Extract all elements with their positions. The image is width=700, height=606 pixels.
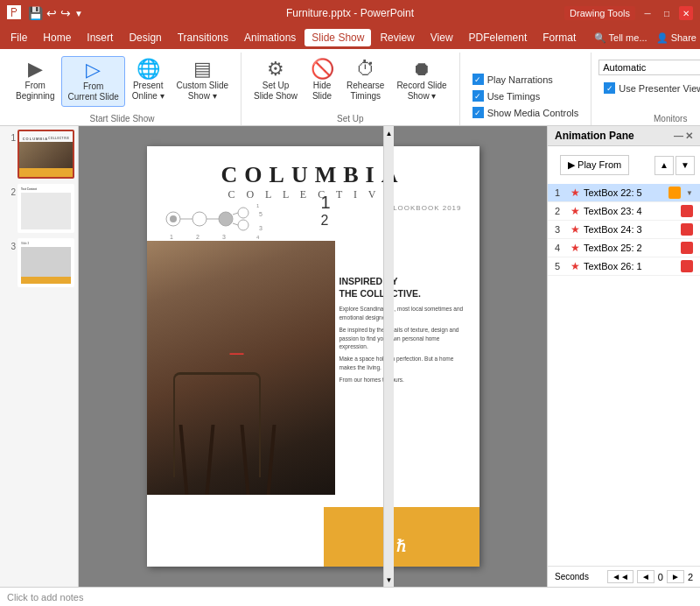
presenter-view-checkbox[interactable]	[604, 82, 615, 94]
slide-canvas: COLUMBIA C O L L E C T I V E	[147, 146, 480, 567]
undo-icon[interactable]: ↩	[46, 6, 57, 20]
show-media-controls-option[interactable]: Show Media Controls	[467, 105, 584, 120]
menu-slideshow[interactable]: Slide Show	[304, 29, 371, 46]
slide-num-2: 2	[4, 184, 16, 197]
set-up-slide-show-button[interactable]: ⚙ Set UpSlide Show	[248, 56, 303, 105]
anim-item-2[interactable]: 2 ★ TextBox 23: 4	[548, 202, 700, 221]
hide-slide-button[interactable]: 🚫 HideSlide	[304, 56, 340, 105]
anim-label-3: TextBox 24: 3	[584, 224, 677, 235]
svg-point-6	[238, 208, 248, 218]
record-slide-show-button[interactable]: ⏺ Record SlideShow ▾	[391, 56, 452, 105]
menu-review[interactable]: Review	[373, 29, 421, 46]
svg-point-3	[192, 212, 206, 226]
close-button[interactable]: ✕	[679, 6, 693, 20]
menu-insert[interactable]: Insert	[80, 29, 120, 46]
qa-more-icon[interactable]: ▼	[74, 9, 83, 18]
monitors-content: Automatic ▼ Use Presenter View	[598, 53, 700, 95]
custom-slide-show-button[interactable]: ▤ Custom SlideShow ▾	[172, 56, 234, 105]
notes-placeholder[interactable]: Click to add notes	[7, 592, 693, 602]
anim-num-2: 2	[555, 206, 567, 216]
window-title: Furniture.pptx - PowerPoint	[286, 7, 414, 19]
menu-transitions[interactable]: Transitions	[171, 29, 235, 46]
monitors-group-label: Monitors	[654, 114, 687, 125]
presenter-view-option[interactable]: Use Presenter View	[598, 81, 700, 95]
ribbon-group-monitors: Automatic ▼ Use Presenter View Monitors	[592, 53, 700, 125]
anim-star-1: ★	[570, 187, 580, 199]
play-from-button[interactable]: ▶ Play From	[560, 155, 629, 175]
anim-dropdown-1[interactable]: ▼	[686, 189, 693, 197]
from-current-slide-button[interactable]: ▷ FromCurrent Slide	[61, 56, 124, 107]
play-narrations-option[interactable]: Play Narrations	[467, 72, 584, 87]
setup-icon: ⚙	[267, 60, 284, 79]
use-timings-label: Use Timings	[487, 91, 541, 102]
sort-buttons: ▲ ▼	[654, 156, 695, 175]
seconds-nav: ◄◄ ◄ 0 ► 2	[607, 570, 693, 583]
menu-view[interactable]: View	[424, 29, 460, 46]
present-online-button[interactable]: 🌐 PresentOnline ▾	[127, 56, 170, 105]
from-beginning-icon: ▶	[28, 60, 43, 79]
slide-num-1: 1	[4, 130, 16, 143]
slide-red-marker: —	[230, 346, 244, 362]
menu-design[interactable]: Design	[122, 29, 168, 46]
monitor-dropdown[interactable]: Automatic ▼	[598, 60, 700, 75]
animation-panel-header: Animation Pane — ✕	[548, 126, 700, 146]
seconds-prev-button[interactable]: ◄	[637, 570, 654, 583]
sort-down-button[interactable]: ▼	[676, 156, 695, 175]
sort-up-button[interactable]: ▲	[654, 156, 674, 175]
seconds-next-button[interactable]: ►	[667, 570, 684, 583]
save-icon[interactable]: 💾	[28, 6, 43, 20]
redo-icon[interactable]: ↪	[60, 6, 71, 20]
from-current-label: FromCurrent Slide	[67, 81, 118, 102]
from-beginning-button[interactable]: ▶ FromBeginning	[10, 56, 60, 105]
svg-point-5	[219, 212, 233, 226]
minimize-button[interactable]: ─	[640, 6, 654, 20]
menu-animations[interactable]: Animations	[237, 29, 303, 46]
play-narrations-checkbox[interactable]	[472, 74, 484, 85]
share-button[interactable]: 👤 Share	[656, 32, 696, 44]
setup-group-label: Set Up	[337, 114, 364, 125]
anim-num-3: 3	[555, 224, 567, 235]
scroll-up-button[interactable]: ▲	[386, 126, 393, 140]
slide-body-text-2: Be inspired by the details of texture, d…	[340, 326, 469, 351]
slide-image-3[interactable]: Slide 3	[18, 238, 74, 287]
slide-image-1[interactable]: COLUMBIACOLLECTIVE	[18, 130, 74, 179]
ribbon: ▶ FromBeginning ▷ FromCurrent Slide 🌐 Pr…	[0, 49, 700, 126]
slide-main-image	[147, 241, 335, 495]
anim-badge-3	[681, 223, 693, 236]
ribbon-setup-buttons: ⚙ Set UpSlide Show 🚫 HideSlide ⏱ Rehears…	[248, 53, 452, 114]
hide-slide-icon: 🚫	[311, 60, 334, 79]
hide-slide-label: HideSlide	[312, 81, 332, 102]
slide-right-text: INSPIRED BYTHE COLLECTIVE. Explore Scand…	[340, 276, 469, 384]
monitor-dropdown-value: Automatic	[603, 62, 646, 73]
menu-file[interactable]: File	[4, 29, 34, 46]
show-media-controls-label: Show Media Controls	[487, 108, 579, 118]
seconds-start-button[interactable]: ◄◄	[607, 570, 634, 583]
notes-bar: Click to add notes	[0, 587, 700, 606]
rehearse-timings-button[interactable]: ⏱ RehearseTimings	[341, 56, 389, 105]
slide-image-2[interactable]: Text Content	[18, 184, 74, 233]
slide-thumbnail-3[interactable]: 3 Slide 3	[4, 238, 74, 287]
slide-thumbnail-1[interactable]: 1 COLUMBIACOLLECTIVE	[4, 130, 74, 179]
panel-close-icon[interactable]: ✕	[685, 130, 693, 142]
show-media-controls-checkbox[interactable]	[472, 107, 484, 118]
panel-collapse-icon[interactable]: —	[674, 130, 683, 142]
anim-item-5[interactable]: 5 ★ TextBox 26: 1	[548, 257, 700, 276]
slide-columbia-text: COLUMBIA	[147, 162, 480, 188]
slide-thumbnail-2[interactable]: 2 Text Content	[4, 184, 74, 233]
use-timings-option[interactable]: Use Timings	[467, 88, 584, 103]
menu-pdfelement[interactable]: PDFelement	[462, 29, 535, 46]
anim-item-4[interactable]: 4 ★ TextBox 25: 2	[548, 239, 700, 257]
slide-numbers: 1 2	[320, 193, 330, 229]
menu-home[interactable]: Home	[36, 29, 78, 46]
anim-item-3[interactable]: 3 ★ TextBox 24: 3	[548, 221, 700, 239]
svg-line-9	[233, 223, 238, 225]
seconds-start-value: 0	[658, 572, 663, 582]
menu-format[interactable]: Format	[536, 29, 583, 46]
maximize-button[interactable]: □	[660, 6, 674, 20]
svg-text:3: 3	[222, 234, 226, 240]
scroll-down-button[interactable]: ▼	[386, 573, 393, 587]
record-label: Record SlideShow ▾	[396, 81, 446, 102]
anim-item-1[interactable]: 1 ★ TextBox 22: 5 ▼	[548, 184, 700, 202]
tell-me-input[interactable]: 🔍 Tell me...	[594, 32, 648, 44]
use-timings-checkbox[interactable]	[472, 90, 484, 102]
